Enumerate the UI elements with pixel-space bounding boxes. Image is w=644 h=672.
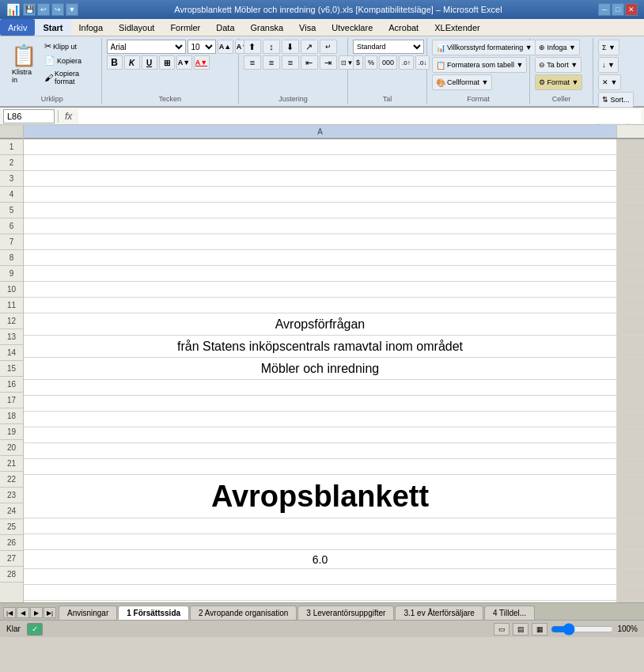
last-tab-button[interactable]: ▶|: [44, 607, 56, 618]
cell-fran-statens[interactable]: från Statens inköpscentrals ramavtal ino…: [24, 336, 617, 357]
table-row[interactable]: [24, 155, 644, 171]
zoom-slider[interactable]: [551, 625, 614, 633]
number-format-select[interactable]: Standard: [353, 40, 424, 54]
decrease-indent-button[interactable]: ⇤: [301, 55, 318, 70]
cut-button[interactable]: ✂Klipp ut: [41, 40, 97, 53]
cell-r10c1[interactable]: [24, 282, 617, 297]
table-row[interactable]: från Statens inköpscentrals ramavtal ino…: [24, 336, 644, 358]
table-row[interactable]: [24, 443, 644, 459]
sort-filter-button[interactable]: ⇅ Sort...: [598, 92, 634, 108]
cell-avropsblankett[interactable]: Avropsblankett: [24, 475, 617, 518]
format-as-table-button[interactable]: 📋 Formatera som tabell ▼: [432, 57, 527, 73]
copy-button[interactable]: 📄Kopiera: [41, 54, 97, 67]
next-tab-button[interactable]: ▶: [30, 607, 43, 618]
percent-button[interactable]: %: [365, 55, 377, 70]
cell-mobler-inredning[interactable]: Möbler och inredning: [24, 358, 617, 379]
table-row[interactable]: [24, 396, 644, 412]
prev-tab-button[interactable]: ◀: [17, 607, 29, 618]
menu-visa[interactable]: Visa: [291, 19, 324, 36]
thousands-button[interactable]: 000: [379, 55, 397, 70]
menu-infoga[interactable]: Infoga: [71, 19, 112, 36]
table-row[interactable]: [24, 518, 644, 534]
cell-reference-box[interactable]: L86: [3, 109, 55, 123]
undo-icon[interactable]: ↩: [37, 3, 50, 16]
col-header-a[interactable]: A: [24, 125, 617, 138]
sheet-tab-anvisningar[interactable]: Anvisningar: [59, 606, 117, 620]
menu-utvecklare[interactable]: Utvecklare: [324, 19, 381, 36]
cell-r2c1[interactable]: [24, 155, 617, 170]
sheet-tab-leverantor[interactable]: 3 Leverantörsuppgifter: [297, 606, 394, 620]
table-row[interactable]: [24, 187, 644, 203]
cell-r9c1[interactable]: [24, 266, 617, 281]
table-row[interactable]: 6.0: [24, 550, 644, 569]
table-row[interactable]: Avropsblankett: [24, 475, 644, 518]
format-painter-button[interactable]: 🖌Kopiera format: [41, 68, 97, 87]
wrap-text-button[interactable]: ↵: [320, 40, 337, 54]
font-family-select[interactable]: Arial: [107, 40, 186, 54]
align-bottom-button[interactable]: ⬇: [282, 40, 299, 54]
table-row[interactable]: [24, 585, 644, 601]
cell-r23c1[interactable]: [24, 534, 617, 549]
customize-icon[interactable]: ▼: [66, 3, 78, 16]
close-button[interactable]: ✕: [625, 3, 638, 16]
cell-r8c1[interactable]: [24, 250, 617, 265]
align-left-button[interactable]: ≡: [244, 55, 261, 70]
cell-r4c1[interactable]: [24, 187, 617, 202]
quick-save-icon[interactable]: 💾: [23, 3, 36, 16]
cell-r22c1[interactable]: [24, 518, 617, 533]
table-row[interactable]: [24, 298, 644, 313]
menu-arkiv[interactable]: Arkiv: [0, 19, 35, 36]
sheet-tab-forsattssida[interactable]: 1 Försättssida: [118, 606, 189, 620]
table-row[interactable]: Avropsförfrågan: [24, 313, 644, 336]
table-row[interactable]: [24, 171, 644, 187]
cell-r19c1[interactable]: [24, 443, 617, 458]
cell-r26c1[interactable]: [24, 585, 617, 600]
table-row[interactable]: [24, 282, 644, 298]
table-row[interactable]: [24, 234, 644, 250]
table-row[interactable]: [24, 427, 644, 443]
cell-r11c1[interactable]: [24, 298, 617, 313]
paste-button[interactable]: 📋 Klistra in: [8, 40, 40, 87]
font-color-button[interactable]: A▼: [194, 55, 210, 70]
sheet-tab-avropande[interactable]: 2 Avropande organisation: [190, 606, 297, 620]
menu-data[interactable]: Data: [208, 19, 242, 36]
currency-button[interactable]: $: [353, 55, 363, 70]
increase-indent-button[interactable]: ⇥: [320, 55, 337, 70]
table-row[interactable]: [24, 569, 644, 585]
cell-r18c1[interactable]: [24, 427, 617, 442]
page-layout-button[interactable]: ▤: [513, 623, 528, 636]
cell-r15c1[interactable]: [24, 380, 617, 395]
underline-button[interactable]: U: [142, 55, 157, 70]
table-row[interactable]: [24, 380, 644, 396]
cell-r5c1[interactable]: [24, 203, 617, 218]
table-row[interactable]: Möbler och inredning: [24, 358, 644, 380]
normal-view-button[interactable]: ▭: [494, 623, 510, 636]
table-row[interactable]: [24, 139, 644, 155]
align-center-button[interactable]: ≡: [263, 55, 280, 70]
table-row[interactable]: [24, 203, 644, 218]
increase-decimal-button[interactable]: .0↑: [399, 55, 414, 70]
delete-button[interactable]: ⊖ Ta bort ▼: [535, 57, 581, 73]
sheet-tab-4[interactable]: 4 Tilldel...: [484, 606, 535, 620]
menu-acrobat[interactable]: Acrobat: [381, 19, 426, 36]
menu-sidlayout[interactable]: Sidlayout: [111, 19, 162, 36]
table-row[interactable]: [24, 534, 644, 550]
table-row[interactable]: [24, 601, 644, 602]
menu-xlextender[interactable]: XLExtender: [426, 19, 487, 36]
minimize-button[interactable]: ─: [598, 3, 611, 16]
sheet-tab-aterforsal[interactable]: 3.1 ev Återförsäljare: [395, 606, 483, 620]
fill-button[interactable]: ↓ ▼: [598, 57, 619, 73]
table-row[interactable]: [24, 250, 644, 266]
formula-input[interactable]: [78, 109, 641, 123]
table-row[interactable]: [24, 412, 644, 427]
menu-granska[interactable]: Granska: [243, 19, 292, 36]
cell-r16c1[interactable]: [24, 396, 617, 411]
fill-color-button[interactable]: A▼: [176, 55, 192, 70]
cell-r1c1[interactable]: [24, 139, 617, 154]
insert-button[interactable]: ⊕ Infoga ▼: [535, 40, 580, 55]
sum-button[interactable]: Σ ▼: [598, 40, 619, 55]
align-top-button[interactable]: ⬆: [244, 40, 261, 54]
cell-r27c1[interactable]: [24, 601, 617, 602]
redo-icon[interactable]: ↪: [51, 3, 64, 16]
page-break-button[interactable]: ▦: [532, 623, 547, 636]
